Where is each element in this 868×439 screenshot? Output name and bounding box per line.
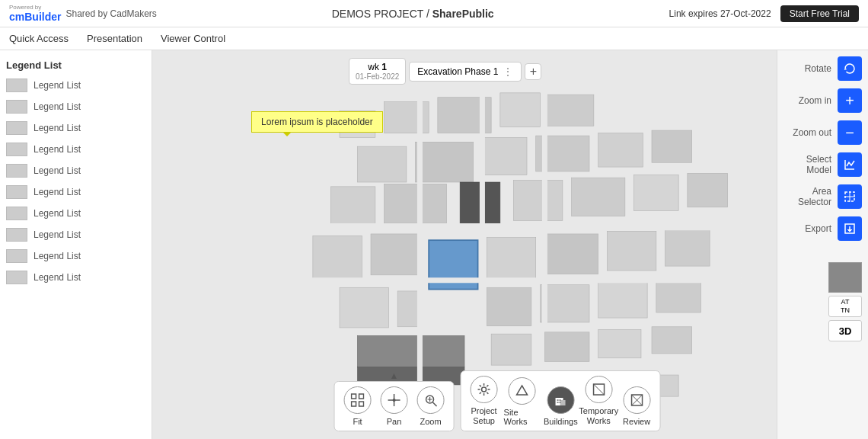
list-item: Legend List: [6, 79, 145, 92]
sidebar: Legend List Legend List Legend List Lege…: [0, 50, 152, 439]
svg-rect-3: [544, 95, 593, 126]
select-model-row: Select Model: [783, 152, 862, 177]
site-works-button[interactable]: Site Works: [504, 377, 541, 426]
zoom-button[interactable]: Zoom: [414, 386, 448, 426]
legend-swatch: [6, 207, 27, 220]
pan-label: Pan: [387, 417, 402, 426]
svg-rect-13: [385, 184, 447, 223]
svg-rect-61: [559, 399, 560, 401]
legend-label: Legend List: [34, 187, 81, 197]
timeline-week: wk 1 01-Feb-2022: [349, 58, 406, 85]
legend-title: Legend List: [6, 59, 145, 71]
zoom-out-button[interactable]: −: [838, 120, 862, 145]
legend-swatch: [6, 164, 27, 178]
timeline-more-icon[interactable]: ⋮: [503, 66, 513, 78]
legend-label: Legend List: [34, 208, 81, 219]
review-button[interactable]: Review: [620, 386, 653, 426]
svg-rect-9: [598, 133, 643, 168]
svg-rect-59: [560, 400, 565, 405]
svg-rect-23: [607, 231, 656, 271]
zoom-out-label: Zoom out: [793, 127, 831, 138]
fit-label: Fit: [353, 417, 362, 426]
timeline-phase[interactable]: Excavation Phase 1 ⋮: [409, 62, 522, 82]
fit-pan-zoom-group: ▲ Fit Pan: [334, 381, 455, 431]
powered-by-text: Powered by: [9, 4, 61, 11]
temporary-works-label: TemporaryWorks: [579, 406, 618, 426]
chevron-up-icon: ▲: [390, 370, 399, 381]
nav-presentation[interactable]: Presentation: [87, 33, 142, 44]
legend-swatch: [6, 185, 27, 199]
legend-label: Legend List: [34, 165, 81, 176]
3d-mode-button[interactable]: 3D: [828, 320, 862, 341]
right-toolbar: Rotate Zoom in + Zoom out − Select Model…: [777, 50, 868, 439]
svg-rect-29: [598, 282, 647, 318]
legend-swatch: [6, 249, 27, 263]
map-tooltip: Lorem ipsum is placeholder: [251, 111, 383, 133]
project-setup-button[interactable]: ProjectSetup: [468, 376, 501, 426]
svg-rect-7: [482, 137, 527, 175]
svg-rect-12: [330, 187, 375, 224]
svg-rect-16: [634, 175, 679, 211]
header: Powered by cmBuilder Shared by CadMakers…: [0, 0, 868, 27]
legend-swatch: [6, 143, 27, 156]
select-model-label: Select Model: [783, 154, 831, 175]
pan-button[interactable]: Pan: [378, 386, 411, 426]
nav-viewer-control[interactable]: Viewer Control: [161, 33, 225, 44]
legend-swatch: [6, 121, 27, 135]
svg-rect-20: [371, 234, 420, 275]
svg-rect-40: [598, 329, 641, 357]
legend-label: Legend List: [34, 101, 81, 112]
svg-rect-10: [652, 130, 692, 162]
rotate-button[interactable]: [838, 56, 862, 81]
start-trial-button[interactable]: Start Free Trial: [780, 5, 859, 22]
list-item: Legend List: [6, 143, 145, 156]
legend-swatch: [6, 79, 27, 92]
logo-area: Powered by cmBuilder Shared by CadMakers: [9, 4, 157, 23]
zoom-label: Zoom: [420, 417, 441, 426]
select-model-button[interactable]: [838, 152, 862, 177]
legend-swatch: [6, 271, 27, 284]
zoom-in-label: Zoom in: [799, 95, 831, 106]
buildings-button[interactable]: Buildings: [544, 386, 577, 426]
timeline-add-button[interactable]: +: [525, 63, 541, 80]
nav-quick-access[interactable]: Quick Access: [9, 33, 69, 44]
zoom-out-row: Zoom out −: [783, 120, 862, 145]
list-item: Legend List: [6, 228, 145, 242]
area-selector-button[interactable]: [838, 184, 862, 209]
project-title: DEMOS PROJECT / SharePublic: [157, 8, 669, 20]
svg-rect-30: [656, 279, 701, 313]
at-tn-button[interactable]: ATTN: [828, 296, 862, 317]
project-setup-label: ProjectSetup: [471, 406, 496, 426]
area-selector-label: Area Selector: [783, 186, 831, 207]
zoom-in-row: Zoom in +: [783, 88, 862, 113]
fit-icon: [344, 386, 372, 414]
export-label: Export: [805, 223, 831, 234]
export-button[interactable]: [838, 216, 862, 241]
svg-point-56: [482, 387, 487, 392]
review-icon: [623, 386, 650, 414]
temporary-works-button[interactable]: TemporaryWorks: [580, 376, 617, 426]
svg-rect-62: [557, 402, 558, 403]
timeline-date: 01-Feb-2022: [356, 72, 399, 81]
site-works-icon: [509, 377, 536, 405]
fit-button[interactable]: Fit: [341, 386, 375, 426]
legend-swatch: [6, 228, 27, 242]
svg-rect-22: [544, 234, 598, 274]
timeline-bar: wk 1 01-Feb-2022 Excavation Phase 1 ⋮ +: [349, 58, 541, 85]
svg-marker-57: [517, 386, 528, 395]
export-row: Export: [783, 216, 862, 241]
svg-rect-38: [491, 334, 531, 365]
svg-rect-21: [487, 238, 535, 279]
fit-pan-zoom-controls: ▲ Fit Pan: [334, 381, 455, 431]
list-item: Legend List: [6, 100, 145, 114]
zoom-in-button[interactable]: +: [838, 88, 862, 113]
rotate-label: Rotate: [805, 63, 831, 74]
svg-rect-31: [357, 335, 464, 367]
list-item: Legend List: [6, 207, 145, 220]
svg-rect-5: [357, 146, 406, 182]
svg-rect-63: [559, 402, 560, 403]
legend-label: Legend List: [34, 80, 81, 91]
legend-label: Legend List: [34, 272, 81, 283]
nav-bar: Quick Access Presentation Viewer Control: [0, 27, 868, 50]
list-item: Legend List: [6, 164, 145, 178]
